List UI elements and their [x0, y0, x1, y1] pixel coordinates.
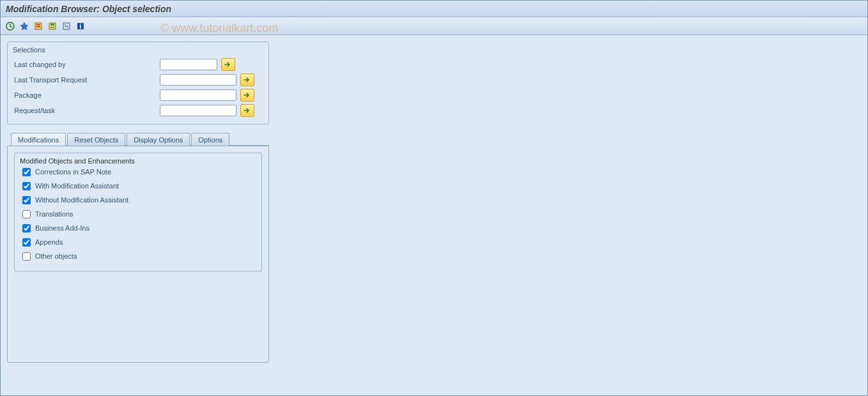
svg-rect-6: [50, 27, 54, 28]
checkbox-label: With Modification Assistant: [35, 182, 119, 190]
checkbox-row: Without Modification Assistant: [20, 193, 256, 207]
selection-input[interactable]: [160, 59, 217, 70]
delete-variant-icon[interactable]: [61, 20, 72, 32]
svg-text:i: i: [80, 23, 82, 30]
selections-group: Selections Last changed byLast Transport…: [7, 42, 269, 125]
arrow-right-icon: [224, 61, 232, 68]
arrow-right-icon: [244, 92, 251, 98]
tab-modifications[interactable]: Modifications: [11, 133, 66, 146]
checkbox-other-objects[interactable]: [22, 252, 31, 261]
checkbox-label: Translations: [35, 210, 74, 218]
titlebar: Modification Browser: Object selection: [1, 1, 867, 17]
modified-objects-title: Modified Objects and Enhancements: [20, 157, 135, 165]
checkbox-translations[interactable]: [22, 210, 31, 218]
checkbox-row: Other objects: [20, 249, 256, 263]
checkbox-row: Appends: [20, 235, 256, 249]
info-icon[interactable]: i: [75, 20, 86, 32]
checkbox-row: Business Add-Ins: [20, 221, 256, 235]
tabs: ModificationsReset ObjectsDisplay Option…: [11, 132, 269, 146]
selection-row: Last Transport Request: [13, 73, 263, 87]
multiple-selection-button[interactable]: [240, 104, 254, 117]
multiple-selection-button[interactable]: [240, 73, 254, 86]
multiple-selection-button[interactable]: [240, 89, 254, 102]
checkbox-with-modification-assistant[interactable]: [22, 182, 31, 190]
selection-input[interactable]: [160, 74, 236, 86]
selections-title: Selections: [13, 46, 263, 54]
svg-rect-2: [36, 24, 40, 26]
selection-label: Request/task: [13, 107, 160, 114]
selection-row: Last changed by: [13, 57, 263, 72]
execute-icon[interactable]: [4, 20, 16, 32]
tabstrip: ModificationsReset ObjectsDisplay Option…: [7, 132, 269, 363]
selection-label: Package: [13, 91, 160, 99]
variant-icon[interactable]: [19, 20, 30, 32]
checkbox-label: Other objects: [35, 252, 77, 260]
toolbar: i: [1, 17, 867, 35]
svg-rect-3: [36, 26, 40, 27]
svg-rect-5: [50, 24, 54, 26]
selection-input[interactable]: [160, 89, 236, 101]
checkbox-row: Translations: [20, 207, 256, 221]
checkbox-without-modification-assistant[interactable]: [22, 196, 31, 204]
checkbox-row: Corrections in SAP Note: [20, 165, 256, 179]
save-variant-icon[interactable]: [47, 20, 58, 32]
checkbox-row: With Modification Assistant: [20, 179, 256, 193]
arrow-right-icon: [244, 77, 251, 83]
multiple-selection-button[interactable]: [221, 58, 235, 71]
checkbox-corrections-in-sap-note[interactable]: [22, 168, 31, 176]
checkbox-label: Corrections in SAP Note: [35, 168, 111, 176]
tab-reset-objects[interactable]: Reset Objects: [67, 133, 125, 146]
tab-display-options[interactable]: Display Options: [127, 133, 190, 146]
tab-modifications-body: Modified Objects and Enhancements Correc…: [7, 146, 269, 363]
selection-row: Package: [13, 88, 263, 102]
tab-options[interactable]: Options: [191, 133, 229, 146]
selection-label: Last changed by: [13, 61, 160, 68]
modified-objects-group: Modified Objects and Enhancements Correc…: [14, 153, 262, 271]
selection-input[interactable]: [160, 105, 236, 116]
selection-row: Request/task: [13, 103, 263, 118]
checkbox-label: Business Add-Ins: [35, 224, 89, 232]
checkbox-label: Without Modification Assistant: [35, 196, 128, 204]
arrow-right-icon: [244, 107, 251, 114]
page-title: Modification Browser: Object selection: [6, 4, 171, 14]
get-variant-icon[interactable]: [33, 20, 44, 32]
selection-label: Last Transport Request: [13, 76, 160, 84]
checkbox-business-add-ins[interactable]: [22, 224, 31, 232]
checkbox-label: Appends: [35, 238, 63, 246]
checkbox-appends[interactable]: [22, 238, 31, 247]
